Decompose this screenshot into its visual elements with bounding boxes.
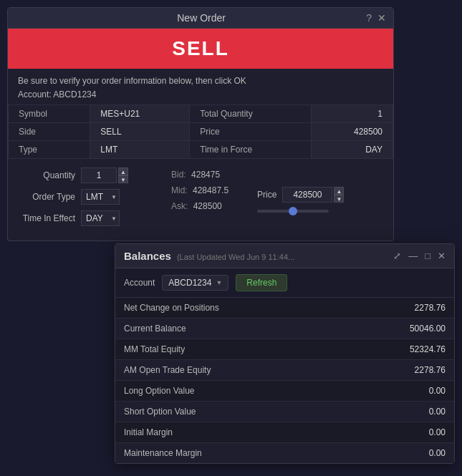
balance-row-value: 0.00 (345, 402, 454, 422)
table-row: Type LMT Time in Force DAY (9, 141, 393, 159)
balance-row-label: Maintenance Margin (115, 443, 345, 464)
restore-icon[interactable]: □ (425, 251, 430, 261)
col-label: Total Quantity (190, 105, 311, 123)
table-row: Maintenance Margin 0.00 (115, 443, 454, 464)
price-input-wrapper: ▲ ▼ (282, 187, 344, 203)
account-dropdown[interactable]: ABCD1234 ▼ (162, 275, 228, 291)
new-order-titlebar: New Order ? ✕ (8, 8, 393, 29)
mid-label: Mid: (171, 185, 188, 195)
balances-subtitle: (Last Updated Wed Jun 9 11:44... (177, 253, 294, 261)
order-summary-table: Symbol MES+U21 Total Quantity 1 Side SEL… (8, 105, 393, 159)
quantity-label: Quantity (18, 170, 75, 180)
price-spinner: ▲ ▼ (334, 187, 344, 203)
expand-icon[interactable]: ⤢ (393, 251, 401, 261)
col-value: MES+U21 (90, 105, 190, 123)
minimize-icon[interactable]: — (408, 251, 418, 261)
balance-row-value: 52324.76 (345, 339, 454, 360)
quantity-input-wrapper: ▲ ▼ (81, 167, 128, 183)
order-type-label: Order Type (18, 192, 75, 202)
quantity-spinner: ▲ ▼ (118, 167, 128, 183)
balance-row-value: 0.00 (345, 381, 454, 402)
balance-row-value: 0.00 (345, 443, 454, 464)
table-row: Side SELL Price 428500 (9, 123, 393, 141)
balances-window-controls: ⤢ — □ ✕ (393, 251, 446, 261)
new-order-controls: ? ✕ (366, 12, 386, 24)
col-label: Type (9, 141, 90, 159)
balance-row-label: Net Change on Positions (115, 298, 345, 319)
account-label: Account (124, 278, 155, 288)
balance-row-label: Short Option Value (115, 402, 345, 422)
table-row: MM Total Equity 52324.76 (115, 339, 454, 360)
col-label: Price (190, 123, 311, 141)
table-row: AM Open Trade Equity 2278.76 (115, 360, 454, 381)
col-label: Symbol (9, 105, 90, 123)
time-in-effect-select[interactable]: DAYGTCIOC (81, 210, 120, 226)
balance-row-label: Initial Margin (115, 422, 345, 443)
order-type-wrapper: LMTMKTSTP (81, 189, 120, 205)
table-row: Net Change on Positions 2278.76 (115, 298, 454, 319)
balances-toolbar: Account ABCD1234 ▼ Refresh (115, 268, 454, 298)
price-slider-container (257, 210, 329, 213)
col-value: 428500 (311, 123, 393, 141)
dropdown-arrow-icon: ▼ (216, 279, 222, 286)
bid-value: 428475 (191, 170, 220, 180)
balance-row-label: MM Total Equity (115, 339, 345, 360)
balances-title-section: Balances (Last Updated Wed Jun 9 11:44..… (124, 250, 294, 262)
col-value: 1 (311, 105, 393, 123)
quantity-down-btn[interactable]: ▼ (118, 175, 128, 183)
time-in-effect-wrapper: DAYGTCIOC (81, 210, 120, 226)
balance-row-label: AM Open Trade Equity (115, 360, 345, 381)
ask-label: Ask: (171, 201, 188, 211)
bid-mid-ask-section: Bid: 428475 Mid: 428487.5 Ask: 428500 (171, 167, 228, 232)
table-row: Long Option Value 0.00 (115, 381, 454, 402)
mid-value: 428487.5 (193, 185, 228, 195)
col-value: DAY (311, 141, 393, 159)
balance-row-label: Current Balance (115, 319, 345, 339)
balances-data-table: Net Change on Positions 2278.76 Current … (115, 298, 454, 463)
table-row: Initial Margin 0.00 (115, 422, 454, 443)
time-in-effect-label: Time In Effect (18, 213, 75, 223)
balances-title: Balances (124, 250, 171, 262)
verify-text: Be sure to verify your order information… (8, 69, 393, 105)
new-order-title: New Order (37, 12, 366, 24)
order-type-select[interactable]: LMTMKTSTP (81, 189, 120, 205)
price-section: Price ▲ ▼ (257, 167, 344, 232)
col-label: Time in Force (190, 141, 311, 159)
close-icon[interactable]: ✕ (377, 12, 386, 24)
bid-label: Bid: (171, 170, 186, 180)
close-icon[interactable]: ✕ (438, 251, 446, 261)
order-form: Quantity ▲ ▼ Order Type LMTMKTSTP (8, 159, 393, 241)
balance-row-value: 2278.76 (345, 298, 454, 319)
col-value: SELL (90, 123, 190, 141)
balances-titlebar: Balances (Last Updated Wed Jun 9 11:44..… (115, 244, 454, 268)
account-value: ABCD1234 (168, 278, 211, 288)
table-row: Current Balance 50046.00 (115, 319, 454, 339)
price-label: Price (257, 190, 276, 200)
balance-row-value: 50046.00 (345, 319, 454, 339)
price-slider-track (257, 210, 329, 213)
new-order-window: New Order ? ✕ SELL Be sure to verify you… (7, 7, 394, 241)
ask-value: 428500 (193, 201, 222, 211)
price-down-btn[interactable]: ▼ (334, 195, 344, 203)
help-icon[interactable]: ? (366, 12, 372, 24)
balance-row-label: Long Option Value (115, 381, 345, 402)
table-row: Short Option Value 0.00 (115, 402, 454, 422)
balances-window: Balances (Last Updated Wed Jun 9 11:44..… (115, 243, 455, 464)
col-value: LMT (90, 141, 190, 159)
quantity-up-btn[interactable]: ▲ (118, 167, 128, 175)
price-up-btn[interactable]: ▲ (334, 187, 344, 195)
quantity-input[interactable] (81, 167, 117, 183)
price-input[interactable] (282, 187, 332, 203)
table-row: Symbol MES+U21 Total Quantity 1 (9, 105, 393, 123)
sell-banner: SELL (8, 29, 393, 69)
refresh-button[interactable]: Refresh (236, 274, 287, 291)
col-label: Side (9, 123, 90, 141)
balance-row-value: 2278.76 (345, 360, 454, 381)
price-slider-thumb[interactable] (289, 207, 297, 215)
balance-row-value: 0.00 (345, 422, 454, 443)
